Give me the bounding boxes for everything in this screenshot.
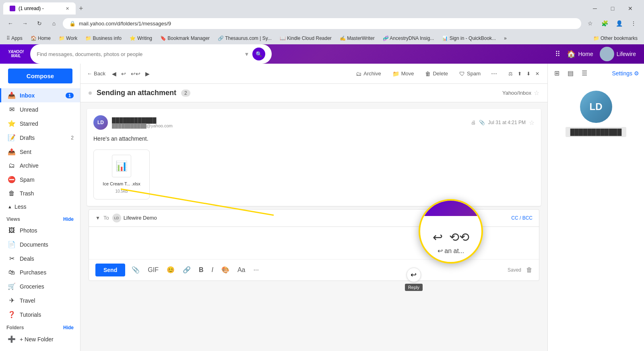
bookmark-bookmark-manager[interactable]: 🔖 Bookmark Manager: [159, 35, 211, 42]
sidebar-item-trash[interactable]: 🗑 Trash: [0, 187, 80, 200]
search-bar[interactable]: ▼ 🔍: [30, 44, 272, 64]
spam-button[interactable]: 🛡 Spam: [455, 68, 485, 79]
search-dropdown-icon[interactable]: ▼: [244, 51, 249, 57]
italic-icon[interactable]: I: [210, 266, 215, 274]
bookmark-quickbooks[interactable]: 📊 Sign in - QuickBook...: [440, 35, 497, 42]
active-tab[interactable]: (1 unread) - ✕: [3, 2, 76, 15]
bookmark-other[interactable]: 📁 Other bookmarks: [592, 35, 639, 42]
attachment-box[interactable]: 📊 Ice Cream T... .xlsx 10.5kB: [93, 150, 150, 199]
sidebar-item-purchases[interactable]: 🛍 Purchases: [0, 266, 80, 279]
sidebar-item-archive[interactable]: 🗂 Archive: [0, 159, 80, 172]
sidebar-item-inbox[interactable]: 📥 Inbox 1: [0, 88, 80, 102]
new-tab-button[interactable]: +: [76, 3, 87, 15]
compose-button[interactable]: Compose: [8, 69, 72, 83]
bookmark-writing[interactable]: ⭐ Writing: [128, 35, 154, 42]
close-thread-btn[interactable]: ✕: [534, 69, 541, 78]
profile-btn[interactable]: 👤: [613, 18, 625, 29]
color-icon[interactable]: 🎨: [220, 265, 231, 274]
archive-button[interactable]: 🗂 Archive: [352, 68, 385, 79]
reply-expand-icon[interactable]: ▼: [95, 215, 100, 221]
sidebar-item-sent[interactable]: 📤 Sent: [0, 145, 80, 159]
panel-view-btn-3[interactable]: ☰: [580, 68, 589, 79]
email-star-button[interactable]: ☆: [529, 119, 535, 127]
delete-button[interactable]: 🗑 Delete: [421, 68, 452, 79]
prev-message-btn[interactable]: ◀: [110, 69, 118, 79]
bookmark-kindle[interactable]: 📖 Kindle Cloud Reader: [278, 35, 333, 42]
contact-card: LD ████████████: [548, 83, 644, 145]
sender-name: ████████████: [112, 117, 467, 123]
attach-icon: 📎: [479, 120, 485, 125]
user-profile-link[interactable]: Lifewire: [600, 47, 636, 61]
more-formatting-icon[interactable]: ···: [252, 266, 260, 274]
bookmark-thesaurus[interactable]: 🔗 Thesaurus.com | Sy...: [216, 35, 273, 42]
back-browser-btn[interactable]: ←: [5, 18, 16, 29]
refresh-btn[interactable]: ↻: [34, 18, 45, 29]
minimize-btn[interactable]: ─: [589, 3, 601, 14]
settings-link[interactable]: Settings ⚙: [612, 70, 639, 77]
bookmark-ancestry[interactable]: 🧬 AncestryDNA Insig...: [381, 35, 436, 42]
folders-hide-link[interactable]: Hide: [63, 325, 74, 330]
sidebar-item-groceries[interactable]: 🛒 Groceries: [0, 279, 80, 293]
sidebar-item-starred[interactable]: ⭐ Starred: [0, 116, 80, 131]
sidebar-item-unread[interactable]: ✉ Unread: [0, 102, 80, 116]
bookmark-masterwriter[interactable]: ✍ MasterWriter: [338, 35, 376, 42]
grid-icon[interactable]: ⠿: [555, 50, 560, 58]
reply-quick-btn[interactable]: ↩: [120, 69, 128, 79]
move-button[interactable]: 📁 Move: [388, 68, 418, 79]
paperclip-icon[interactable]: 📎: [130, 265, 141, 274]
sidebar-item-deals[interactable]: ✂ Deals: [0, 251, 80, 266]
sidebar-item-spam[interactable]: ⛔ Spam: [0, 172, 80, 187]
home-browser-btn[interactable]: ⌂: [48, 18, 60, 29]
link-insert-icon[interactable]: 🔗: [181, 265, 192, 274]
bookmark-btn[interactable]: ☆: [584, 18, 596, 29]
delete-reply-button[interactable]: 🗑: [526, 266, 533, 274]
sidebar-item-documents[interactable]: 📄 Documents: [0, 237, 80, 251]
print-icon[interactable]: 🖨: [471, 120, 476, 125]
tab-title: (1 unread) -: [19, 6, 44, 11]
bookmark-home[interactable]: 🏠 Home: [29, 35, 52, 42]
less-toggle[interactable]: ▲ Less: [0, 200, 80, 213]
more-actions-button[interactable]: ···: [488, 68, 500, 79]
expand-view-btn[interactable]: ⬆: [516, 69, 523, 78]
panel-view-btn-1[interactable]: ⊞: [553, 68, 561, 79]
send-button[interactable]: Send: [95, 264, 125, 276]
filter-view-btn[interactable]: ⚖: [507, 69, 514, 78]
search-input[interactable]: [37, 51, 241, 57]
extensions-btn[interactable]: 🧩: [599, 18, 610, 29]
next-message-btn[interactable]: ▶: [144, 69, 151, 79]
back-button[interactable]: ← Back: [87, 71, 105, 77]
panel-view-btn-2[interactable]: ▤: [566, 68, 575, 79]
bookmark-more[interactable]: »: [502, 35, 508, 42]
forward-browser-btn[interactable]: →: [19, 18, 31, 29]
sidebar-item-drafts[interactable]: 📝 Drafts 2: [0, 131, 80, 145]
new-folder-item[interactable]: ➕ + New Folder: [0, 332, 80, 346]
views-hide-link[interactable]: Hide: [63, 216, 74, 222]
travel-icon: ✈: [8, 297, 16, 304]
maximize-btn[interactable]: □: [607, 3, 618, 14]
reply-body[interactable]: [89, 227, 539, 259]
font-size-icon[interactable]: Aa: [236, 266, 247, 274]
move-action-icon: 📁: [392, 71, 399, 77]
tab-close-btn[interactable]: ✕: [66, 6, 69, 11]
reply-all-quick-btn[interactable]: ↩↩: [129, 69, 142, 79]
xlsx-icon: 📊: [116, 159, 128, 173]
more-browser-btn[interactable]: ⋮: [628, 18, 639, 29]
emoji-picker-icon[interactable]: 😊: [165, 265, 176, 274]
address-bar[interactable]: 🔒 mail.yahoo.com/d/folders/1/messages/9: [63, 18, 581, 29]
home-header-link[interactable]: 🏠 Home: [567, 50, 593, 58]
thread-star-button[interactable]: ☆: [534, 89, 539, 97]
sidebar-item-photos[interactable]: 🖼 Photos: [0, 224, 80, 237]
search-button[interactable]: 🔍: [252, 48, 265, 60]
sidebar-item-tutorials[interactable]: ❓ Tutorials: [0, 307, 80, 322]
cc-bcc-button[interactable]: CC / BCC: [511, 215, 533, 221]
bookmark-apps[interactable]: ⠿ Apps: [5, 35, 24, 42]
bookmark-work[interactable]: 📁 Work: [57, 35, 79, 42]
spam-label: Spam: [467, 71, 481, 77]
bold-icon[interactable]: B: [197, 266, 205, 274]
collapse-view-btn[interactable]: ⬇: [525, 69, 532, 78]
bookmark-business[interactable]: 📁 Business info: [84, 35, 123, 42]
sidebar-item-travel[interactable]: ✈ Travel: [0, 293, 80, 307]
gif-icon[interactable]: GIF: [146, 266, 160, 274]
close-browser-btn[interactable]: ✕: [625, 3, 636, 14]
sidebar-item-drafts-label: Drafts: [20, 135, 35, 141]
